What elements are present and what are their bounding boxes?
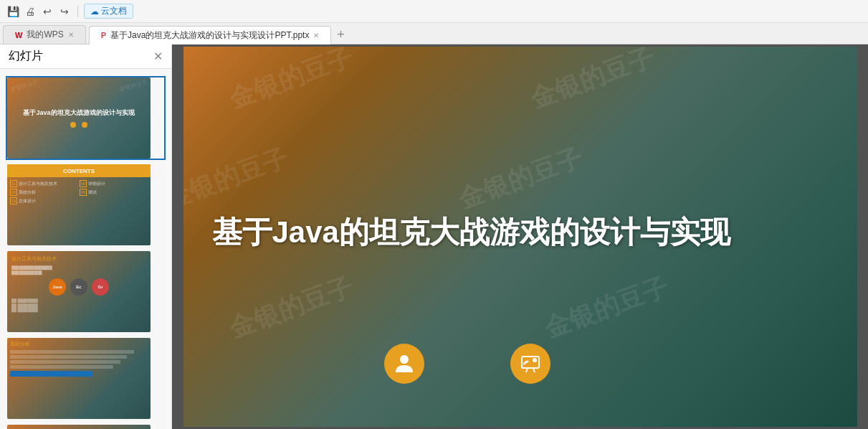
new-tab-button[interactable]: + <box>331 25 350 44</box>
undo-icon[interactable]: ↩ <box>40 4 54 19</box>
slide2-num4: 05 <box>80 189 87 196</box>
slide2-num5: 03 <box>10 197 17 204</box>
svg-point-0 <box>400 355 409 364</box>
tab-ppt-label: 基于Java的坦克大战游戏的设计与实现设计PPT.pptx <box>110 29 309 42</box>
slide1-title: 基于Java的坦克大战游戏的设计与实现 <box>19 108 138 118</box>
slide2-text4: 测试 <box>88 189 97 196</box>
slide-thumb-1[interactable]: 1 金银的豆子 金银的豆子 基于Java的坦克大战游戏的设计与实现 <box>6 76 166 160</box>
slide2-item2: 04 详细设计 <box>80 180 148 187</box>
slide2-text2: 详细设计 <box>88 181 105 187</box>
slides-panel: 幻灯片 ✕ 1 金银的豆子 金银的豆子 基于Java的坦克大战游戏的设计与实现 <box>0 44 172 429</box>
separator <box>77 6 78 17</box>
slide1-dot2 <box>82 122 87 128</box>
slide2-num3: 02 <box>10 189 17 196</box>
svg-point-4 <box>533 358 537 362</box>
tab-wps-close[interactable]: ✕ <box>68 31 74 39</box>
watermark-3: 金银的豆子 <box>183 141 293 218</box>
slide2-item4: 05 测试 <box>80 189 148 196</box>
slide-preview-2: CONTENTS 01 设计工具与相关技术 04 详细设计 <box>7 164 151 245</box>
tab-ppt-close[interactable]: ✕ <box>313 32 319 39</box>
person-icon <box>393 352 416 375</box>
slide4-bar <box>10 371 92 377</box>
slide4-line2 <box>10 355 127 359</box>
slide4-line3 <box>10 360 120 364</box>
slide2-num2: 04 <box>80 180 87 187</box>
person-icon-circle <box>384 344 424 384</box>
slide-preview-4: 系统分析 <box>7 338 151 419</box>
slide1-watermark-tr: 金银的豆子 <box>118 78 148 93</box>
slide3-logo-graphics: Gr <box>92 278 109 296</box>
slide2-header: CONTENTS <box>7 164 151 177</box>
slide3-title: 设计工具与相关技术 <box>11 255 146 263</box>
cloud-label: 云文档 <box>101 5 127 17</box>
watermark-6: 金银的豆子 <box>540 270 673 347</box>
slide1-watermark-tl: 金银的豆子 <box>9 78 39 93</box>
slide-area: 金银的豆子 金银的豆子 金银的豆子 金银的豆子 金银的豆子 金银的豆子 基于Ja… <box>172 44 868 429</box>
tab-ppt[interactable]: P 基于Java的坦克大战游戏的设计与实现设计PPT.pptx ✕ <box>89 26 332 44</box>
slide2-header-text: CONTENTS <box>63 168 95 174</box>
slides-list: 1 金银的豆子 金银的豆子 基于Java的坦克大战游戏的设计与实现 2 <box>0 69 171 429</box>
slide4-line4 <box>10 365 113 369</box>
slide-thumb-4[interactable]: 4 系统分析 <box>6 336 166 420</box>
save-icon[interactable]: 💾 <box>6 4 20 19</box>
slide1-dot1 <box>70 122 76 128</box>
watermark-4: 金银的豆子 <box>454 141 587 218</box>
slide3-logos: Java Ec Gr <box>11 278 146 296</box>
slide4-lines <box>10 350 148 369</box>
watermark-1: 金银的豆子 <box>224 47 358 117</box>
slide2-item1: 01 设计工具与相关技术 <box>10 180 78 187</box>
slide2-item5: 03 总体设计 <box>10 197 78 204</box>
sidebar-title: 幻灯片 <box>9 49 43 64</box>
slide2-item3: 02 系统分析 <box>10 189 78 196</box>
slide2-text5: 总体设计 <box>19 198 36 204</box>
slide-preview-5: 总体设计 <box>7 425 151 429</box>
top-bar: 💾 🖨 ↩ ↪ ☁ 云文档 <box>0 0 868 23</box>
main-slide[interactable]: 金银的豆子 金银的豆子 金银的豆子 金银的豆子 金银的豆子 金银的豆子 基于Ja… <box>183 47 857 427</box>
sidebar-header: 幻灯片 ✕ <box>0 44 171 69</box>
redo-icon[interactable]: ↪ <box>57 4 72 19</box>
slide2-text1: 设计工具与相关技术 <box>19 181 57 187</box>
slide-preview-1: 金银的豆子 金银的豆子 基于Java的坦克大战游戏的设计与实现 <box>7 77 151 159</box>
print-icon[interactable]: 🖨 <box>23 4 37 19</box>
slide2-text3: 系统分析 <box>19 189 36 196</box>
slide1-dots <box>70 122 87 128</box>
sidebar-close-button[interactable]: ✕ <box>153 50 163 63</box>
slide-thumb-5[interactable]: 5 总体设计 <box>6 423 166 429</box>
tab-wps-label: 我的WPS <box>27 29 63 41</box>
slide4-line1 <box>10 350 134 354</box>
tab-wps[interactable]: W 我的WPS ✕ <box>3 25 86 44</box>
main-slide-title: 基于Java的坦克大战游戏的设计与实现 <box>212 212 730 253</box>
slide2-content: 01 设计工具与相关技术 04 详细设计 02 系统分析 <box>7 177 151 207</box>
tab-bar: W 我的WPS ✕ P 基于Java的坦克大战游戏的设计与实现设计PPT.ppt… <box>0 23 868 44</box>
watermark-2: 金银的豆子 <box>525 47 659 117</box>
slide4-title: 系统分析 <box>10 341 148 348</box>
bottom-icons <box>384 344 550 384</box>
slide-thumb-3[interactable]: 3 设计工具与相关技术 ████████████████████████████… <box>6 250 166 334</box>
slide3-desc: ██ ██████████ ██████████ ████████ <box>11 298 146 313</box>
person-screen-icon <box>519 352 542 375</box>
slide-thumb-2[interactable]: 2 CONTENTS 01 设计工具与相关技术 04 <box>6 163 166 247</box>
slide3-logo-java: Java <box>49 278 66 296</box>
person-screen-icon-circle <box>510 344 550 384</box>
main-content: 幻灯片 ✕ 1 金银的豆子 金银的豆子 基于Java的坦克大战游戏的设计与实现 <box>0 44 868 429</box>
slide-preview-3: 设计工具与相关技术 ████████████████████████████ J… <box>7 251 151 332</box>
slide3-text: ████████████████████████████ <box>11 265 146 275</box>
slide3-logo-eclipse: Ec <box>70 278 87 296</box>
slide2-num1: 01 <box>10 180 17 187</box>
watermark-5: 金银的豆子 <box>224 270 358 347</box>
cloud-button[interactable]: ☁ 云文档 <box>84 4 133 19</box>
